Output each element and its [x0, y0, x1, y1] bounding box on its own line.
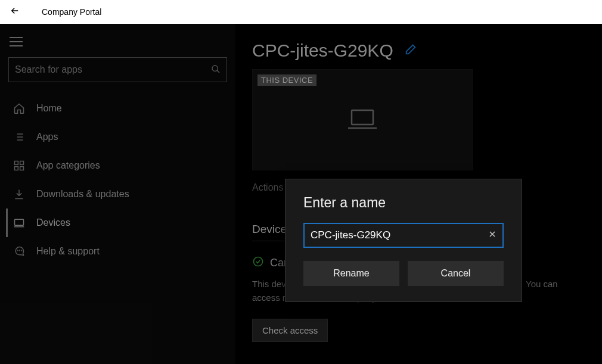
app-title: Company Portal — [42, 7, 101, 17]
svg-point-15 — [19, 250, 20, 251]
list-icon — [13, 131, 26, 143]
svg-rect-8 — [15, 161, 18, 165]
this-device-badge: THIS DEVICE — [257, 74, 316, 86]
rename-modal: Enter a name Rename Cancel — [285, 179, 522, 302]
svg-point-16 — [21, 250, 22, 251]
search-input[interactable] — [15, 64, 211, 75]
svg-point-18 — [254, 257, 263, 266]
device-card: THIS DEVICE — [252, 69, 473, 170]
sidebar-item-app-categories[interactable]: App categories — [6, 151, 229, 180]
sidebar-item-label: Apps — [36, 132, 58, 142]
svg-rect-9 — [20, 161, 24, 165]
laptop-icon — [346, 108, 379, 132]
rename-input[interactable] — [311, 229, 488, 241]
svg-rect-12 — [15, 219, 24, 225]
nav-list: Home Apps App categories Downloads & upd… — [6, 94, 229, 266]
check-circle-icon — [252, 256, 264, 270]
svg-rect-10 — [15, 167, 18, 170]
sidebar-item-label: Help & support — [36, 246, 100, 257]
help-icon — [13, 245, 26, 257]
sidebar-item-home[interactable]: Home — [6, 94, 229, 123]
grid-icon — [13, 160, 26, 172]
clear-icon[interactable] — [488, 230, 497, 241]
modal-title: Enter a name — [303, 195, 504, 211]
svg-point-0 — [212, 66, 218, 71]
hamburger-icon[interactable] — [10, 37, 23, 46]
sidebar-item-apps[interactable]: Apps — [6, 123, 229, 151]
svg-point-14 — [17, 250, 18, 251]
back-button[interactable] — [6, 5, 24, 18]
cancel-button[interactable]: Cancel — [408, 261, 504, 286]
home-icon — [13, 102, 26, 114]
sidebar-item-label: Home — [36, 103, 62, 114]
search-icon[interactable] — [211, 64, 221, 76]
svg-rect-11 — [20, 167, 24, 170]
sidebar-item-label: Devices — [36, 217, 70, 228]
sidebar-item-label: App categories — [36, 160, 100, 171]
device-title: CPC-jites-G29KQ — [252, 41, 393, 61]
edit-icon[interactable] — [404, 43, 417, 59]
sidebar-item-label: Downloads & updates — [36, 189, 129, 200]
svg-line-1 — [217, 70, 219, 73]
device-section-title: Device — [252, 223, 288, 241]
sidebar-item-devices[interactable]: Devices — [6, 209, 229, 237]
search-box[interactable] — [8, 57, 227, 82]
sidebar-item-help[interactable]: Help & support — [6, 237, 229, 266]
device-icon — [13, 217, 26, 229]
modal-input-wrap[interactable] — [303, 223, 504, 248]
svg-rect-17 — [352, 110, 373, 125]
rename-button[interactable]: Rename — [303, 261, 399, 286]
sidebar-item-downloads[interactable]: Downloads & updates — [6, 180, 229, 209]
download-icon — [13, 188, 26, 200]
check-access-button[interactable]: Check access — [252, 319, 328, 342]
titlebar: Company Portal — [0, 0, 602, 24]
sidebar: Home Apps App categories Downloads & upd… — [0, 24, 235, 364]
